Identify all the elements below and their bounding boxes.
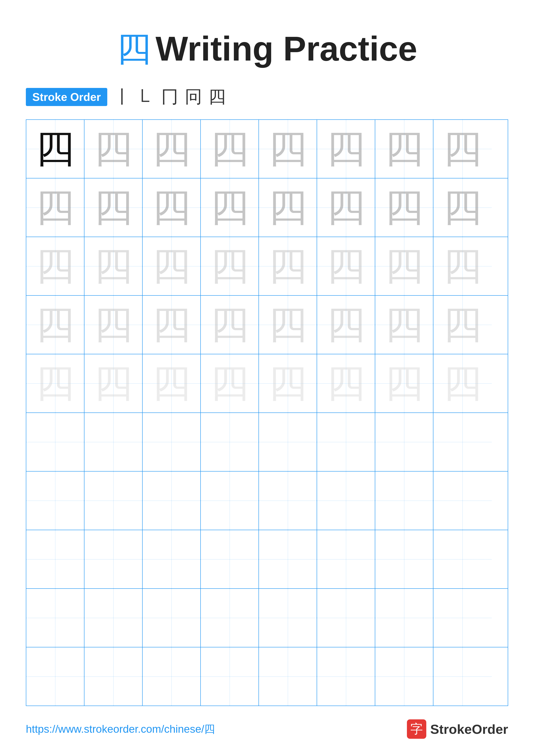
grid-cell[interactable]: 四: [85, 178, 142, 237]
grid-cell[interactable]: [259, 589, 317, 647]
grid-cell[interactable]: [375, 472, 433, 530]
stroke-3: 冂: [161, 85, 181, 109]
grid-cell[interactable]: 四: [201, 120, 259, 178]
grid-cell[interactable]: [317, 530, 375, 588]
stroke-1: 丨: [114, 85, 133, 109]
char-guide: 四: [152, 247, 191, 285]
grid-cell[interactable]: 四: [201, 354, 259, 413]
char-guide: 四: [327, 364, 365, 403]
grid-cell[interactable]: 四: [85, 237, 142, 295]
char-guide: 四: [210, 364, 249, 403]
grid-cell[interactable]: [85, 589, 142, 647]
grid-cell[interactable]: [317, 413, 375, 471]
grid-cell[interactable]: 四: [85, 296, 142, 354]
grid-cell[interactable]: 四: [259, 354, 317, 413]
grid-cell[interactable]: [142, 472, 201, 530]
grid-cell[interactable]: 四: [375, 354, 433, 413]
grid-cell[interactable]: 四: [433, 237, 492, 295]
grid-cell[interactable]: [201, 472, 259, 530]
grid-cell[interactable]: [201, 530, 259, 588]
grid-cell[interactable]: [259, 647, 317, 706]
grid-cell[interactable]: [259, 530, 317, 588]
grid-cell[interactable]: [259, 413, 317, 471]
grid-cell[interactable]: 四: [375, 178, 433, 237]
grid-cell[interactable]: 四: [26, 296, 85, 354]
grid-cell[interactable]: [142, 647, 201, 706]
grid-cell[interactable]: [259, 472, 317, 530]
char-guide: 四: [443, 305, 482, 344]
grid-cell[interactable]: 四: [201, 296, 259, 354]
grid-cell[interactable]: [142, 413, 201, 471]
grid-cell[interactable]: 四: [433, 296, 492, 354]
grid-cell[interactable]: [433, 413, 492, 471]
grid-cell[interactable]: 四: [85, 120, 142, 178]
grid-cell[interactable]: 四: [259, 296, 317, 354]
grid-cell[interactable]: 四: [201, 178, 259, 237]
grid-cell[interactable]: 四: [317, 296, 375, 354]
char-guide: 四: [268, 129, 307, 168]
grid-cell[interactable]: 四: [375, 296, 433, 354]
grid-cell[interactable]: [26, 472, 85, 530]
grid-cell[interactable]: 四: [142, 237, 201, 295]
grid-cell[interactable]: [375, 589, 433, 647]
grid-cell[interactable]: 四: [142, 354, 201, 413]
grid-cell[interactable]: 四: [142, 178, 201, 237]
grid-cell[interactable]: 四: [375, 237, 433, 295]
grid-cell[interactable]: [433, 589, 492, 647]
grid-cell[interactable]: [85, 530, 142, 588]
grid-cell[interactable]: 四: [142, 296, 201, 354]
grid-cell[interactable]: 四: [317, 120, 375, 178]
grid-cell[interactable]: 四: [259, 237, 317, 295]
grid-cell[interactable]: [201, 413, 259, 471]
grid-cell[interactable]: [26, 647, 85, 706]
grid-cell[interactable]: 四: [375, 120, 433, 178]
grid-cell[interactable]: [317, 589, 375, 647]
grid-cell[interactable]: [142, 530, 201, 588]
grid-cell[interactable]: [85, 647, 142, 706]
grid-cell[interactable]: [317, 472, 375, 530]
brand-name: StrokeOrder: [430, 721, 508, 737]
char-guide: 四: [36, 188, 75, 227]
grid-cell[interactable]: [142, 589, 201, 647]
char-guide: 四: [210, 305, 249, 344]
grid-cell[interactable]: 四: [142, 120, 201, 178]
char-guide: 四: [94, 364, 133, 403]
grid-cell[interactable]: 四: [317, 178, 375, 237]
grid-cell[interactable]: [375, 647, 433, 706]
grid-row-3: 四 四 四 四 四 四 四 四: [26, 237, 508, 296]
grid-cell[interactable]: 四: [259, 178, 317, 237]
grid-cell[interactable]: [85, 472, 142, 530]
grid-cell[interactable]: 四: [433, 178, 492, 237]
grid-cell[interactable]: [433, 472, 492, 530]
char-dark: 四: [36, 129, 75, 168]
grid-cell[interactable]: [26, 413, 85, 471]
char-guide: 四: [327, 129, 365, 168]
grid-row-9: [26, 589, 508, 647]
grid-cell[interactable]: 四: [26, 354, 85, 413]
grid-cell[interactable]: 四: [85, 354, 142, 413]
char-guide: 四: [268, 305, 307, 344]
footer-url[interactable]: https://www.strokeorder.com/chinese/四: [26, 722, 215, 736]
practice-grid: 四 四 四 四 四 四 四 四 四 四 四 四 四 四 四 四 四 四 四 四 …: [26, 120, 508, 706]
grid-cell[interactable]: 四: [26, 237, 85, 295]
grid-cell[interactable]: [85, 413, 142, 471]
grid-cell[interactable]: [375, 530, 433, 588]
grid-cell[interactable]: 四: [259, 120, 317, 178]
grid-cell[interactable]: 四: [26, 178, 85, 237]
grid-cell[interactable]: 四: [317, 237, 375, 295]
grid-cell[interactable]: 四: [201, 237, 259, 295]
grid-cell[interactable]: [375, 413, 433, 471]
char-guide: 四: [36, 305, 75, 344]
char-guide: 四: [152, 364, 191, 403]
grid-cell[interactable]: 四: [433, 354, 492, 413]
grid-cell[interactable]: [433, 530, 492, 588]
grid-cell[interactable]: [317, 647, 375, 706]
grid-cell[interactable]: [26, 530, 85, 588]
grid-cell[interactable]: 四: [26, 120, 85, 178]
grid-cell[interactable]: 四: [433, 120, 492, 178]
grid-cell[interactable]: [201, 589, 259, 647]
grid-cell[interactable]: [433, 647, 492, 706]
grid-cell[interactable]: 四: [317, 354, 375, 413]
grid-cell[interactable]: [26, 589, 85, 647]
grid-cell[interactable]: [201, 647, 259, 706]
